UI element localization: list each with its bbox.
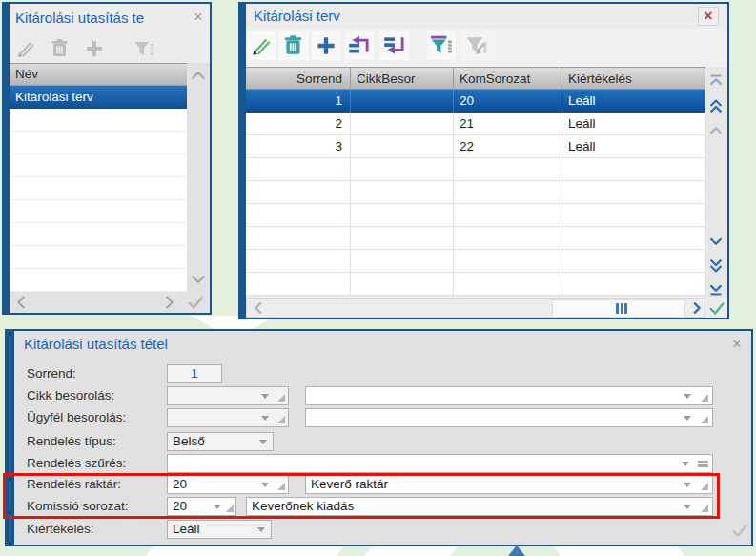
- rendeles-raktar-name-combo[interactable]: Keverő raktár: [305, 475, 713, 494]
- double-chevron-up-icon: [706, 96, 725, 115]
- scroll-down-button[interactable]: [188, 269, 209, 290]
- arrow-export-icon: [382, 33, 407, 58]
- scroll-right-button[interactable]: [685, 298, 706, 319]
- resize-grip-icon[interactable]: [701, 416, 708, 423]
- resize-grip-icon[interactable]: [701, 394, 708, 402]
- table-row-empty: [246, 273, 705, 296]
- horizontal-scrollbar[interactable]: [10, 292, 210, 313]
- chevron-down-icon[interactable]: [261, 394, 269, 399]
- resize-grip-icon[interactable]: [226, 505, 234, 512]
- page-down-button[interactable]: [705, 256, 726, 277]
- page-title: Kitárolási terv: [254, 8, 540, 24]
- scroll-top-icon: [706, 72, 725, 91]
- table-row[interactable]: 2 21 Leáll: [246, 113, 705, 135]
- column-header-sorrend[interactable]: Sorrend: [246, 67, 351, 90]
- column-header-komsorozat[interactable]: KomSorozat: [454, 67, 562, 90]
- cell-kiertekeles: Leáll: [562, 113, 705, 135]
- horizontal-scrollbar[interactable]: [246, 298, 705, 318]
- rendeles-szures-field[interactable]: [167, 454, 713, 473]
- table-row-empty: [246, 250, 705, 273]
- table-row-empty: [246, 181, 705, 204]
- column-header-cikkbesor[interactable]: CikkBesor: [351, 67, 454, 90]
- move-out-button[interactable]: [380, 31, 409, 60]
- field-label-cikk-besorolas: Cikk besorolás:: [27, 386, 114, 405]
- filter-button[interactable]: [427, 31, 456, 60]
- cell-sorrend: 3: [246, 135, 351, 158]
- scroll-bottom-button[interactable]: [705, 278, 726, 299]
- desktop-background: Kitárolási utasítás te × Név Kitárolási …: [0, 0, 756, 556]
- komissio-sorozat-name-combo[interactable]: Keverőnek kiadás: [246, 497, 713, 516]
- resize-grip-icon[interactable]: [277, 416, 285, 423]
- chevron-down-icon[interactable]: [684, 416, 691, 421]
- chevron-down-icon[interactable]: [684, 483, 691, 487]
- close-icon[interactable]: ×: [727, 336, 746, 353]
- vertical-scrollbar[interactable]: [705, 67, 727, 298]
- chevron-right-icon: [686, 299, 705, 318]
- scroll-down-button[interactable]: [705, 231, 726, 252]
- chevron-down-icon[interactable]: [261, 483, 269, 487]
- table-header-row: Sorrend CikkBesor KomSorozat Kiértékelés: [246, 67, 705, 90]
- chevron-down-icon: [189, 270, 208, 289]
- cikk-besorolas-name-combo[interactable]: [305, 386, 713, 405]
- ugyfel-besorolas-code-combo[interactable]: [167, 408, 289, 427]
- page-title: Kitárolási utasítás te: [15, 10, 187, 26]
- move-in-button[interactable]: [345, 31, 374, 60]
- chevron-down-icon[interactable]: [257, 527, 265, 532]
- add-button[interactable]: [80, 34, 109, 63]
- watermark-triangle: [508, 546, 525, 556]
- table-row[interactable]: 1 20 Leáll: [246, 90, 705, 113]
- cikk-besorolas-code-combo[interactable]: [167, 386, 289, 405]
- page-up-button[interactable]: [705, 95, 726, 116]
- scroll-left-button[interactable]: [11, 292, 32, 313]
- komissio-sorozat-code-combo[interactable]: 20: [167, 497, 236, 516]
- close-icon[interactable]: ×: [189, 9, 208, 26]
- equals-icon[interactable]: [698, 461, 708, 469]
- list-item-selected[interactable]: Kitárolási terv: [10, 86, 187, 109]
- filter-clear-button[interactable]: [461, 31, 490, 60]
- combo-value: Belső: [173, 434, 205, 448]
- chevron-down-icon[interactable]: [684, 505, 691, 509]
- edit-button[interactable]: [11, 34, 40, 63]
- resize-grip-icon[interactable]: [277, 394, 285, 402]
- delete-button[interactable]: [279, 31, 308, 60]
- trash-icon: [49, 37, 72, 60]
- vertical-scrollbar[interactable]: [187, 63, 210, 292]
- panel-kitarolasi-terv: Kitárolási terv ×: [238, 2, 729, 319]
- scroll-top-button[interactable]: [705, 71, 726, 92]
- close-icon[interactable]: ×: [698, 7, 719, 26]
- chevron-down-icon[interactable]: [682, 462, 689, 466]
- confirm-button[interactable]: [706, 298, 727, 319]
- scroll-up-button[interactable]: [188, 65, 209, 86]
- trash-icon: [281, 33, 306, 58]
- chevron-down-icon[interactable]: [259, 440, 267, 444]
- ugyfel-besorolas-name-combo[interactable]: [305, 408, 713, 427]
- resize-grip-icon[interactable]: [277, 483, 285, 490]
- chevron-down-icon[interactable]: [261, 416, 269, 421]
- combo-value: 20: [173, 499, 187, 513]
- chevron-down-icon[interactable]: [214, 505, 221, 509]
- filter-clear-icon: [463, 33, 488, 58]
- add-button[interactable]: [312, 31, 340, 60]
- rendeles-raktar-code-combo[interactable]: 20: [167, 475, 289, 494]
- scroll-left-button[interactable]: [249, 298, 270, 319]
- resize-grip-icon[interactable]: [701, 505, 708, 512]
- delete-button[interactable]: [46, 34, 74, 63]
- column-header-kiertekeles[interactable]: Kiértékelés: [562, 67, 705, 90]
- chevron-down-icon[interactable]: [684, 394, 691, 399]
- scroll-up-button[interactable]: [705, 120, 726, 141]
- filter-button[interactable]: [130, 34, 158, 63]
- confirm-button: [185, 292, 206, 313]
- rendeles-tipus-combo[interactable]: Belső: [167, 432, 274, 451]
- scroll-bottom-icon: [706, 279, 725, 299]
- scroll-right-button[interactable]: [158, 292, 179, 313]
- edit-button[interactable]: [247, 31, 276, 60]
- pencil-icon: [249, 33, 274, 58]
- table-row[interactable]: 3 22 Leáll: [246, 135, 705, 158]
- resize-grip-icon[interactable]: [701, 483, 708, 490]
- list-header-nev: Név: [10, 63, 187, 86]
- kiertekeles-combo[interactable]: Leáll: [167, 520, 272, 539]
- hscroll-thumb[interactable]: [552, 299, 685, 318]
- check-icon: [186, 293, 205, 312]
- plan-table: Sorrend CikkBesor KomSorozat Kiértékelés…: [246, 67, 705, 296]
- sorrend-field[interactable]: 1: [167, 364, 222, 383]
